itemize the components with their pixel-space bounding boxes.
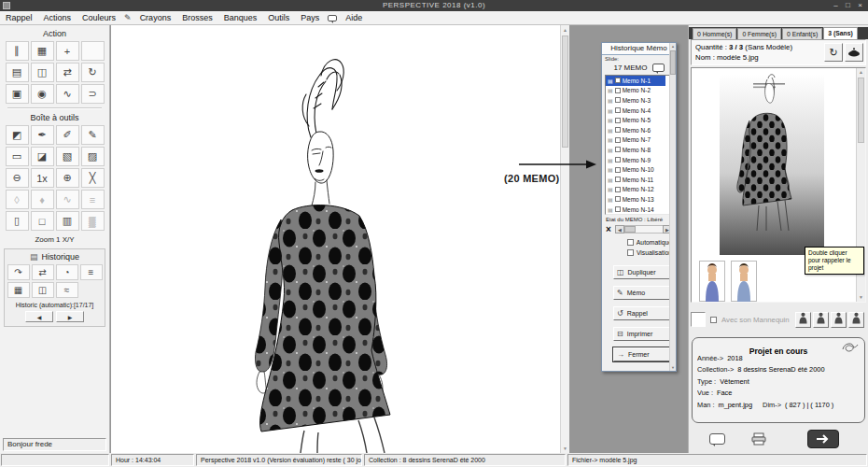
scrollbar-thumb[interactable] <box>562 35 568 148</box>
scroll-down-icon[interactable]: ▼ <box>670 364 676 371</box>
memo-item-1[interactable]: ▤Memo N-1 <box>606 76 665 86</box>
print-button[interactable]: ⊟Imprimer <box>613 327 671 341</box>
duplicate-button[interactable]: ◫Dupliquer <box>613 265 671 279</box>
memo-item-4[interactable]: ▤Memo N-4 <box>606 106 665 116</box>
tab-0-enfant-s[interactable]: 0 Enfant(s) <box>782 28 822 39</box>
pen-tool[interactable]: ✐ <box>56 125 79 145</box>
memo-list[interactable]: ▤Memo N-1▤Memo N-2▤Memo N-3▤Memo N-4▤Mem… <box>605 75 673 215</box>
view-icon[interactable]: ◔ <box>56 264 78 280</box>
memo-item-10[interactable]: ▤Memo N-10 <box>606 164 665 175</box>
scrollbar-track[interactable] <box>624 225 663 234</box>
memo-item-13[interactable]: ▤Memo N-13 <box>606 194 665 205</box>
mannequin-back-button[interactable] <box>813 312 829 328</box>
memo-item-checkbox[interactable] <box>615 167 621 173</box>
marker-tool[interactable]: ▭ <box>6 147 29 166</box>
memo-item-checkbox[interactable] <box>615 206 621 212</box>
drawing-canvas[interactable]: ▲ ▼ <box>111 25 569 453</box>
tab-0-femme-s[interactable]: 0 Femme(s) <box>737 28 781 39</box>
pages-icon[interactable]: ◫ <box>32 282 54 298</box>
memo-item-11[interactable]: ▤Memo N-11 <box>606 175 665 185</box>
ink-pen-tool[interactable]: ✒ <box>31 125 54 145</box>
pose-thumbnail-1[interactable] <box>699 261 725 302</box>
model-thumbnail[interactable] <box>714 72 830 259</box>
scrollbar-thumb[interactable] <box>858 78 864 143</box>
memo-item-9[interactable]: ▤Memo N-9 <box>606 155 665 165</box>
memo-horizontal-scrollbar[interactable]: ◀ ▶ <box>615 225 672 234</box>
scroll-up-icon[interactable]: ▲ <box>561 25 569 35</box>
memo-item-checkbox[interactable] <box>615 107 621 113</box>
memo-item-checkbox[interactable] <box>615 137 621 143</box>
exit-button[interactable] <box>807 430 839 448</box>
waves-icon[interactable]: ≈ <box>56 282 78 298</box>
target-tool[interactable]: ◉ <box>31 84 54 104</box>
dropper-tool[interactable]: ♦ <box>31 190 54 209</box>
memo-item-5[interactable]: ▤Memo N-5 <box>606 115 665 125</box>
history-next-button[interactable]: ▶ <box>56 311 84 322</box>
select-tool[interactable]: ◩ <box>6 125 29 145</box>
memo-item-6[interactable]: ▤Memo N-6 <box>606 125 665 135</box>
printer-icon[interactable] <box>751 432 766 446</box>
duplicate-tool[interactable]: ◫ <box>31 63 54 82</box>
memo-item-checkbox[interactable] <box>615 88 621 93</box>
history-prev-button[interactable]: ◀ <box>25 311 53 322</box>
close-button[interactable]: × <box>854 0 866 11</box>
memo-item-checkbox[interactable] <box>615 147 621 152</box>
scroll-down-icon[interactable]: ▼ <box>561 444 569 453</box>
pencil-tool[interactable]: ✎ <box>81 125 105 145</box>
option-automatique[interactable]: Automatique <box>627 239 672 246</box>
memo-item-3[interactable]: ▤Memo N-3 <box>606 95 665 106</box>
mannequin-front-button[interactable] <box>795 312 811 328</box>
memo-list-scrollbar[interactable]: ▲ ▼ <box>669 43 676 371</box>
maximize-button[interactable]: □ <box>842 0 854 11</box>
menu-actions[interactable]: Actions <box>38 11 77 24</box>
mirror-tool[interactable]: ⇄ <box>56 63 79 82</box>
menu-couleurs[interactable]: Couleurs <box>77 11 121 24</box>
memo-item-checkbox[interactable] <box>615 97 621 103</box>
crosshair-tool[interactable]: + <box>56 41 79 61</box>
scrollbar-thumb[interactable] <box>670 50 676 75</box>
mannequin-bust-button[interactable] <box>831 312 847 328</box>
scroll-down-icon[interactable]: ▼ <box>857 293 865 302</box>
scroll-left-icon[interactable]: ◀ <box>615 225 624 234</box>
canvas-vertical-scrollbar[interactable]: ▲ ▼ <box>560 25 569 453</box>
checkbox-icon[interactable] <box>627 249 634 256</box>
menu-rappel[interactable]: Rappel <box>0 11 38 24</box>
zoom-1x-tool[interactable]: 1x <box>31 168 54 188</box>
zoom-cancel-tool[interactable]: ╳ <box>81 168 105 188</box>
redo-icon[interactable]: ↷ <box>7 264 30 280</box>
scroll-up-icon[interactable]: ▲ <box>857 68 865 77</box>
scrollbar-thumb[interactable] <box>624 226 636 233</box>
tab-3-sans[interactable]: 3 (Sans) <box>823 27 857 39</box>
crop-tool[interactable]: ▣ <box>6 84 29 104</box>
refresh-button[interactable]: ↻ <box>824 43 843 62</box>
tab-0-homme-s[interactable]: 0 Homme(s) <box>693 28 736 39</box>
minimize-button[interactable]: – <box>830 0 842 11</box>
model-preview[interactable]: Double cliquer pour rappeler le projet <box>691 67 866 303</box>
grid-tool[interactable]: ▦ <box>31 41 54 61</box>
menu-brosses[interactable]: Brosses <box>176 11 218 24</box>
menu-outils[interactable]: Outils <box>262 11 295 24</box>
memo-item-14[interactable]: ▤Memo N-14 <box>606 205 665 215</box>
speech-bubble-icon[interactable] <box>709 433 725 445</box>
memo-item-checkbox[interactable] <box>615 157 621 163</box>
picker-tool[interactable]: ◊ <box>6 190 29 209</box>
memo-item-8[interactable]: ▤Memo N-8 <box>606 145 665 155</box>
empty-slot[interactable] <box>81 41 105 61</box>
shade-tool[interactable]: ▒ <box>81 211 105 231</box>
fill-tool[interactable]: ▧ <box>56 147 79 166</box>
memo-item-2[interactable]: ▤Memo N-2 <box>606 86 665 96</box>
hatch-tool[interactable]: ∥ <box>6 41 29 61</box>
model-hat-button[interactable] <box>845 43 863 62</box>
memo-item-12[interactable]: ▤Memo N-12 <box>606 185 665 195</box>
zoom-out-tool[interactable]: ⊖ <box>6 168 29 188</box>
checkbox-icon[interactable] <box>627 239 634 246</box>
menu-crayons[interactable]: Crayons <box>134 11 177 24</box>
mannequin-checkbox[interactable] <box>710 317 717 323</box>
menu-aide[interactable]: Aide <box>340 11 368 24</box>
grid-icon[interactable]: ▦ <box>7 282 30 298</box>
scroll-up-icon[interactable]: ▲ <box>670 43 676 50</box>
zoom-in-tool[interactable]: ⊕ <box>56 168 79 188</box>
stamp-tool[interactable]: ▤ <box>6 63 29 82</box>
swap-icon[interactable]: ⇄ <box>32 264 54 280</box>
lines-tool[interactable]: ≡ <box>81 190 105 209</box>
